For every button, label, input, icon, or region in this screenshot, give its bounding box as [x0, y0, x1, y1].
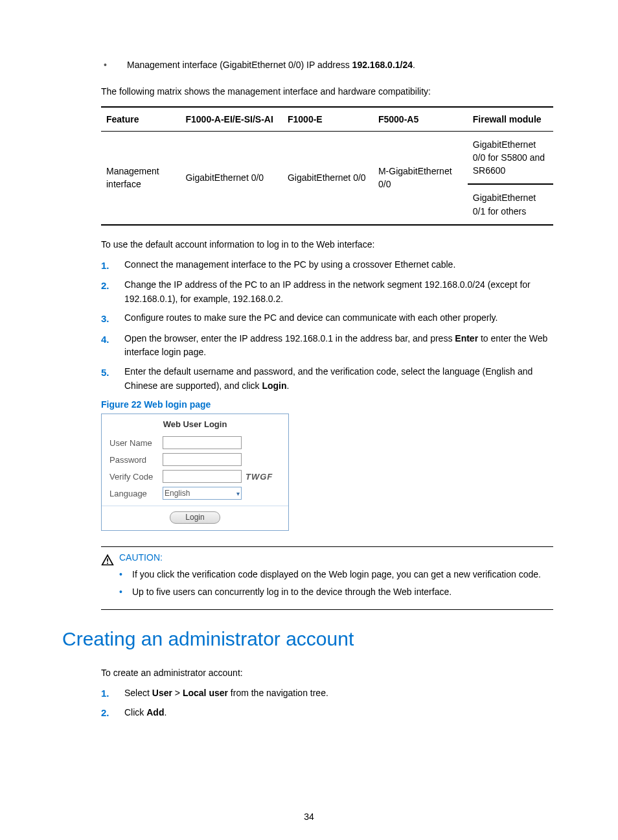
chevron-down-icon: ▾ — [236, 490, 240, 497]
bullet-dot: • — [101, 60, 127, 70]
th-f5000a5: F5000-A5 — [373, 107, 468, 132]
login-title: Web User Login — [109, 419, 280, 429]
caution-item-2: •Up to five users can concurrently log i… — [119, 585, 553, 599]
step-2: 2.Change the IP address of the PC to an … — [101, 278, 553, 306]
caution-icon — [101, 554, 114, 566]
page-number: 34 — [0, 811, 618, 822]
verify-code-image[interactable]: TWGF — [246, 472, 273, 482]
th-feature: Feature — [101, 107, 180, 132]
web-login-box: Web User Login User Name Password Verify… — [101, 414, 289, 531]
mgmt-ip-suffix: . — [413, 60, 415, 70]
admin-intro: To create an administrator account: — [101, 667, 553, 680]
login-button[interactable]: Login — [170, 511, 220, 524]
step-3: 3.Configure routes to make sure the PC a… — [101, 311, 553, 326]
caution-block: CAUTION: •If you click the verification … — [101, 546, 553, 610]
cell-c4b: GigabitEthernet 0/1 for others — [468, 184, 553, 225]
use-default-intro: To use the default account information t… — [101, 239, 553, 251]
step-5: 5.Enter the default username and passwor… — [101, 365, 553, 393]
th-fwmodule: Firewall module — [468, 107, 553, 132]
verify-label: Verify Code — [109, 472, 163, 482]
figure-caption: Figure 22 Web login page — [101, 399, 553, 410]
cell-c3: M-GigabitEthernet 0/0 — [373, 131, 468, 225]
language-select[interactable]: English ▾ — [163, 487, 242, 500]
caution-label: CAUTION: — [119, 552, 553, 563]
mgmt-ip-value: 192.168.0.1/24 — [352, 60, 413, 70]
matrix-intro: The following matrix shows the managemen… — [101, 86, 553, 99]
section-heading: Creating an administrator account — [0, 628, 618, 650]
admin-step-1: 1. Select User > Local user from the nav… — [101, 686, 553, 701]
language-label: Language — [109, 489, 163, 498]
verify-input[interactable] — [163, 470, 242, 483]
mgmt-ip-bullet: • Management interface (GigabitEthernet … — [101, 60, 553, 70]
compat-matrix-table: Feature F1000-A-EI/E-SI/S-AI F1000-E F50… — [101, 106, 553, 226]
username-input[interactable] — [163, 436, 242, 449]
caution-item-1: •If you click the verification code disp… — [119, 568, 553, 581]
svg-point-1 — [107, 563, 108, 564]
mgmt-ip-prefix: Management interface (GigabitEthernet 0/… — [127, 60, 352, 70]
cell-c4a: GigabitEthernet 0/0 for S5800 and SR6600 — [468, 131, 553, 184]
row-label: Management interface — [101, 131, 180, 225]
step-1: 1.Connect the management interface to th… — [101, 258, 553, 273]
password-input[interactable] — [163, 453, 242, 466]
admin-step-2: 2. Click Add. — [101, 706, 553, 721]
cell-c2: GigabitEthernet 0/0 — [282, 131, 373, 225]
th-f1000a: F1000-A-EI/E-SI/S-AI — [180, 107, 282, 132]
password-label: Password — [109, 455, 163, 465]
step-4: 4.Open the browser, enter the IP address… — [101, 332, 553, 360]
th-f1000e: F1000-E — [282, 107, 373, 132]
cell-c1: GigabitEthernet 0/0 — [180, 131, 282, 225]
username-label: User Name — [109, 438, 163, 448]
